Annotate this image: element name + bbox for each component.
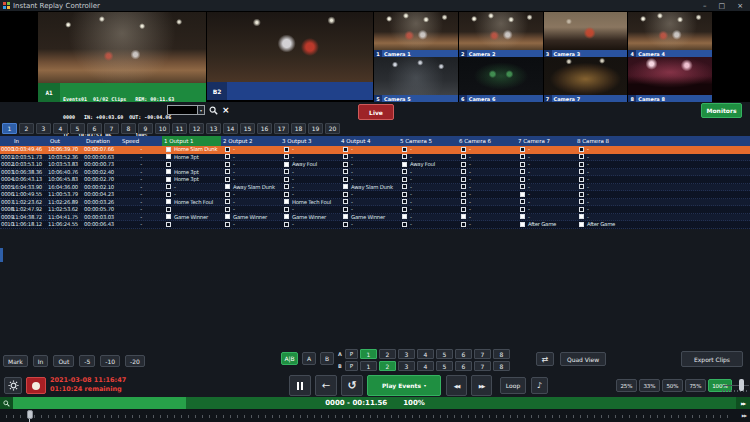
clip-checkbox[interactable] [343, 147, 348, 152]
clip-checkbox[interactable] [343, 214, 348, 219]
tab-3[interactable]: 3 [36, 123, 51, 134]
clip-checkbox[interactable] [461, 184, 466, 189]
zoom-33pct[interactable]: 33% [639, 379, 660, 392]
zoom-25pct[interactable]: 25% [616, 379, 637, 392]
clip-checkbox[interactable] [461, 162, 466, 167]
clip-checkbox[interactable] [284, 169, 289, 174]
clip-checkbox[interactable] [461, 169, 466, 174]
tab-5[interactable]: 5 [70, 123, 85, 134]
tab-14[interactable]: 14 [223, 123, 238, 134]
event-row-0003[interactable]: 000310:06:38.3610:06:40.7600:00:02.40-Ho… [0, 169, 750, 177]
clip-checkbox[interactable] [520, 169, 525, 174]
jog-dial-button[interactable]: ↺ [341, 375, 363, 396]
mark-button-mark[interactable]: Mark [3, 355, 28, 367]
event-row-0010[interactable]: 001011:06:18.1211:06:24.5500:00:06.43---… [0, 221, 750, 229]
clip-checkbox[interactable] [284, 154, 289, 159]
clip-checkbox[interactable] [225, 192, 230, 197]
clip-checkbox[interactable] [284, 199, 289, 204]
event-row-0005[interactable]: 000516:04:33.9016:04:36.0000:00:02.10--A… [0, 184, 750, 192]
clip-checkbox[interactable] [402, 207, 407, 212]
zoom-75pct[interactable]: 75% [685, 379, 706, 392]
record-button[interactable] [26, 377, 46, 394]
clip-checkbox[interactable] [461, 199, 466, 204]
scale-slider-handle[interactable] [739, 379, 744, 391]
channel-b-cam-5[interactable]: 5 [436, 361, 453, 371]
mark-button-20[interactable]: -20 [125, 355, 145, 367]
next-clip-button[interactable]: ▶▶ [471, 375, 492, 396]
search-input[interactable] [167, 105, 198, 115]
clip-checkbox[interactable] [343, 162, 348, 167]
tab-7[interactable]: 7 [104, 123, 119, 134]
clip-checkbox[interactable] [520, 214, 525, 219]
channel-b-cam-2[interactable]: 2 [379, 361, 396, 371]
clip-checkbox[interactable] [579, 207, 584, 212]
side-panel-tab[interactable] [0, 248, 3, 262]
clip-checkbox[interactable] [166, 192, 171, 197]
tab-4[interactable]: 4 [53, 123, 68, 134]
clip-checkbox[interactable] [402, 177, 407, 182]
channel-b-cam-1[interactable]: 1 [360, 361, 377, 371]
clip-checkbox[interactable] [284, 192, 289, 197]
previous-clip-button[interactable]: ◀◀ [446, 375, 467, 396]
channel-b-cam-4[interactable]: 4 [417, 361, 434, 371]
clip-checkbox[interactable] [284, 177, 289, 182]
channel-b-cam-6[interactable]: 6 [455, 361, 472, 371]
channel-b-cam-7[interactable]: 7 [474, 361, 491, 371]
event-row-0007[interactable]: 000711:02:23.6211:02:26.8900:00:03.26-Ho… [0, 199, 750, 207]
zoom-50pct[interactable]: 50% [662, 379, 683, 392]
camera-monitor-3[interactable]: 3Camera 3 [544, 12, 628, 57]
tab-17[interactable]: 17 [274, 123, 289, 134]
camera-monitor-4[interactable]: 4Camera 4 [628, 12, 712, 57]
tab-1[interactable]: 1 [2, 123, 17, 134]
clip-checkbox[interactable] [461, 147, 466, 152]
clip-checkbox[interactable] [166, 147, 171, 152]
clip-checkbox[interactable] [284, 162, 289, 167]
channel-a-cam-5[interactable]: 5 [436, 349, 453, 359]
tab-11[interactable]: 11 [172, 123, 187, 134]
channel-b-p-button[interactable]: P [345, 361, 358, 371]
clip-checkbox[interactable] [166, 199, 171, 204]
clip-checkbox[interactable] [166, 162, 171, 167]
clip-checkbox[interactable] [225, 207, 230, 212]
clip-checkbox[interactable] [461, 214, 466, 219]
clip-checkbox[interactable] [402, 184, 407, 189]
clip-checkbox[interactable] [579, 214, 584, 219]
clip-checkbox[interactable] [520, 207, 525, 212]
clip-checkbox[interactable] [461, 207, 466, 212]
export-clips-button[interactable]: Export Clips [681, 351, 743, 367]
tab-10[interactable]: 10 [155, 123, 170, 134]
clip-checkbox[interactable] [284, 222, 289, 227]
timeline-handle[interactable] [27, 410, 33, 419]
ab-toggle-button[interactable]: A|B [281, 352, 298, 365]
clip-checkbox[interactable] [166, 214, 171, 219]
tab-15[interactable]: 15 [240, 123, 255, 134]
monitors-button[interactable]: Monitors [701, 103, 742, 118]
clip-checkbox[interactable] [402, 162, 407, 167]
clip-checkbox[interactable] [520, 177, 525, 182]
event-row-0002[interactable]: 000210:03:53.1010:03:53.8300:00:00.73--A… [0, 161, 750, 169]
clip-checkbox[interactable] [520, 199, 525, 204]
clip-checkbox[interactable] [579, 199, 584, 204]
channel-a-cam-3[interactable]: 3 [398, 349, 415, 359]
clip-checkbox[interactable] [579, 192, 584, 197]
clip-checkbox[interactable] [520, 147, 525, 152]
clip-checkbox[interactable] [579, 177, 584, 182]
clip-checkbox[interactable] [166, 169, 171, 174]
event-row-0008[interactable]: 000811:02:47.9211:02:53.6200:00:05.70---… [0, 206, 750, 214]
clip-checkbox[interactable] [343, 192, 348, 197]
channel-a-cam-6[interactable]: 6 [455, 349, 472, 359]
progress-end-icon[interactable]: ▶▶ [736, 397, 750, 409]
channel-a-cam-2[interactable]: 2 [379, 349, 396, 359]
loop-button[interactable]: Loop [500, 377, 526, 394]
progress-zoom-icon[interactable] [0, 397, 13, 409]
tab-12[interactable]: 12 [189, 123, 204, 134]
clip-checkbox[interactable] [461, 177, 466, 182]
clip-checkbox[interactable] [343, 154, 348, 159]
clip-checkbox[interactable] [579, 147, 584, 152]
channel-a-cam-7[interactable]: 7 [474, 349, 491, 359]
scale-slider-track[interactable] [723, 385, 749, 386]
clip-checkbox[interactable] [520, 162, 525, 167]
channel-a-cam-1[interactable]: 1 [360, 349, 377, 359]
clip-checkbox[interactable] [225, 199, 230, 204]
clip-checkbox[interactable] [402, 147, 407, 152]
